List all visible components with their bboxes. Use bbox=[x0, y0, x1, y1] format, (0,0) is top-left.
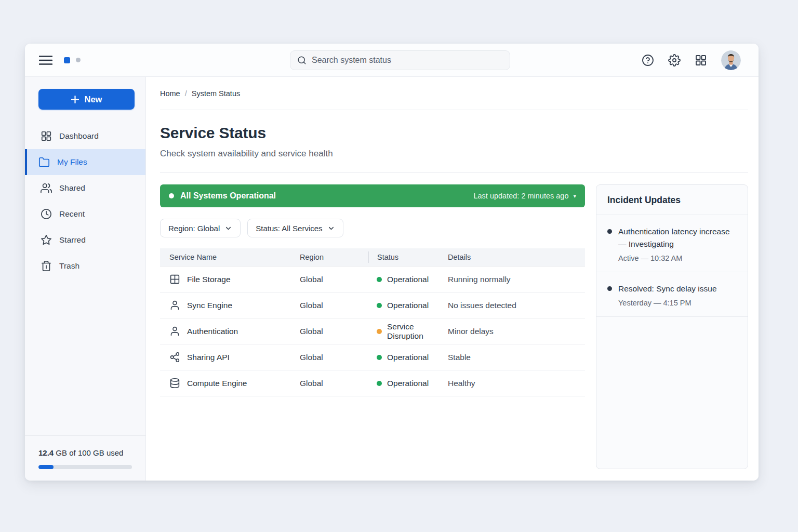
service-name: Authentication bbox=[187, 327, 238, 336]
indicator-active[interactable] bbox=[64, 57, 70, 63]
storage-used-value: 12.4 bbox=[38, 448, 54, 457]
storage-grid-icon bbox=[169, 274, 180, 285]
table-row[interactable]: Compute Engine Global Operational Health… bbox=[160, 370, 585, 396]
service-details: Running normally bbox=[448, 275, 576, 284]
breadcrumb: Home / System Status bbox=[160, 77, 748, 110]
search-icon bbox=[297, 56, 307, 65]
search-input[interactable] bbox=[312, 56, 503, 65]
service-details: Minor delays bbox=[448, 327, 576, 336]
column-header-status: Status bbox=[368, 251, 448, 263]
incident-meta: Yesterday — 4:15 PM bbox=[618, 299, 738, 307]
page-title: Service Status bbox=[160, 124, 748, 142]
page-indicators bbox=[64, 57, 81, 63]
sidebar-item-shared[interactable]: Shared bbox=[25, 175, 145, 201]
sidebar-item-label: Dashboard bbox=[59, 131, 99, 141]
status-dot bbox=[377, 381, 382, 386]
trash-icon bbox=[41, 260, 52, 272]
indicator-inactive[interactable] bbox=[76, 58, 81, 62]
service-name: Sync Engine bbox=[187, 301, 232, 310]
sidebar-item-label: Shared bbox=[59, 183, 85, 193]
chevron-down-icon bbox=[327, 224, 335, 232]
sidebar-item-my-files[interactable]: My Files bbox=[25, 149, 145, 175]
storage-usage-text: 12.4 GB of 100 GB used bbox=[38, 448, 132, 457]
incident-updates-panel: Incident Updates Authentication latency … bbox=[596, 184, 748, 469]
status-filter-label: Status: All Services bbox=[256, 224, 322, 233]
service-status: Operational bbox=[387, 275, 429, 284]
incident-title: Resolved: Sync delay issue bbox=[618, 283, 717, 295]
service-region: Global bbox=[300, 301, 368, 310]
service-details: Healthy bbox=[448, 379, 576, 388]
page-subtitle: Check system availability and service he… bbox=[160, 149, 748, 159]
sidebar-item-label: Recent bbox=[59, 209, 85, 219]
table-row[interactable]: Sync Engine Global Operational No issues… bbox=[160, 292, 585, 318]
search-box[interactable] bbox=[290, 50, 510, 70]
sidebar-item-dashboard[interactable]: Dashboard bbox=[25, 123, 145, 149]
incident-item[interactable]: Resolved: Sync delay issue Yesterday — 4… bbox=[596, 272, 748, 317]
sidebar-item-label: Starred bbox=[59, 235, 86, 245]
star-icon bbox=[41, 234, 52, 246]
status-dot bbox=[377, 277, 382, 282]
banner-last-updated: Last updated: 2 minutes ago bbox=[473, 192, 568, 200]
users-icon bbox=[41, 182, 52, 194]
banner-status-dot bbox=[169, 193, 174, 198]
banner-caret-icon: ▾ bbox=[573, 193, 576, 200]
sidebar-item-trash[interactable]: Trash bbox=[25, 253, 145, 279]
incident-item[interactable]: Authentication latency increase — Invest… bbox=[596, 215, 748, 272]
table-row[interactable]: Authentication Global Service Disruption… bbox=[160, 318, 585, 344]
new-button[interactable]: New bbox=[38, 89, 135, 110]
breadcrumb-current: System Status bbox=[192, 89, 240, 98]
hamburger-menu-icon[interactable] bbox=[39, 55, 52, 65]
region-filter-dropdown[interactable]: Region: Global bbox=[160, 219, 241, 237]
system-status-banner[interactable]: All Systems Operational Last updated: 2 … bbox=[160, 184, 585, 207]
table-header-row: Service Name Region Status Details bbox=[160, 248, 585, 267]
incident-meta: Active — 10:32 AM bbox=[618, 254, 738, 262]
service-name: File Storage bbox=[187, 275, 231, 284]
sidebar-item-recent[interactable]: Recent bbox=[25, 201, 145, 227]
table-row[interactable]: File Storage Global Operational Running … bbox=[160, 267, 585, 292]
filters-row: Region: Global Status: All Services bbox=[160, 219, 585, 237]
clock-icon bbox=[41, 208, 52, 220]
service-details: Stable bbox=[448, 353, 576, 362]
storage-progress-fill bbox=[38, 465, 54, 469]
topbar-left bbox=[39, 55, 195, 65]
topbar-right bbox=[642, 50, 741, 70]
table-row[interactable]: Sharing API Global Operational Stable bbox=[160, 344, 585, 370]
status-dot bbox=[377, 329, 382, 334]
user-icon bbox=[169, 300, 180, 311]
service-region: Global bbox=[300, 275, 368, 284]
service-status: Operational bbox=[387, 353, 429, 362]
sidebar-nav: Dashboard My Files bbox=[25, 123, 145, 279]
service-region: Global bbox=[300, 353, 368, 362]
title-divider bbox=[160, 172, 748, 173]
incident-panel-title: Incident Updates bbox=[596, 185, 748, 215]
region-filter-label: Region: Global bbox=[168, 224, 220, 233]
incident-bullet bbox=[607, 229, 612, 234]
banner-label: All Systems Operational bbox=[180, 191, 276, 201]
services-table: Service Name Region Status Details bbox=[160, 248, 585, 396]
column-header-service-name: Service Name bbox=[169, 253, 300, 261]
settings-gear-icon[interactable] bbox=[668, 54, 681, 66]
breadcrumb-home[interactable]: Home bbox=[160, 89, 180, 98]
status-filter-dropdown[interactable]: Status: All Services bbox=[247, 219, 343, 237]
user-icon bbox=[169, 326, 180, 337]
sidebar-item-label: My Files bbox=[57, 157, 87, 167]
column-header-region: Region bbox=[300, 253, 368, 261]
column-header-details: Details bbox=[448, 253, 576, 261]
storage-total-text: GB of 100 GB used bbox=[54, 448, 123, 457]
database-icon bbox=[169, 378, 180, 389]
service-name: Sharing API bbox=[187, 353, 230, 362]
service-status: Operational bbox=[387, 301, 429, 310]
service-status: Service Disruption bbox=[387, 322, 448, 341]
storage-usage: 12.4 GB of 100 GB used bbox=[25, 435, 145, 481]
storage-progress-bar bbox=[38, 465, 132, 469]
sidebar-item-starred[interactable]: Starred bbox=[25, 227, 145, 253]
share-nodes-icon bbox=[169, 352, 180, 363]
sidebar: New Dashboard bbox=[25, 77, 146, 481]
service-details: No issues detected bbox=[448, 301, 576, 310]
service-region: Global bbox=[300, 327, 368, 336]
apps-grid-icon[interactable] bbox=[695, 54, 707, 66]
dashboard-icon bbox=[41, 130, 52, 142]
user-avatar[interactable] bbox=[721, 50, 741, 70]
breadcrumb-separator: / bbox=[185, 89, 187, 98]
help-icon[interactable] bbox=[642, 54, 654, 66]
